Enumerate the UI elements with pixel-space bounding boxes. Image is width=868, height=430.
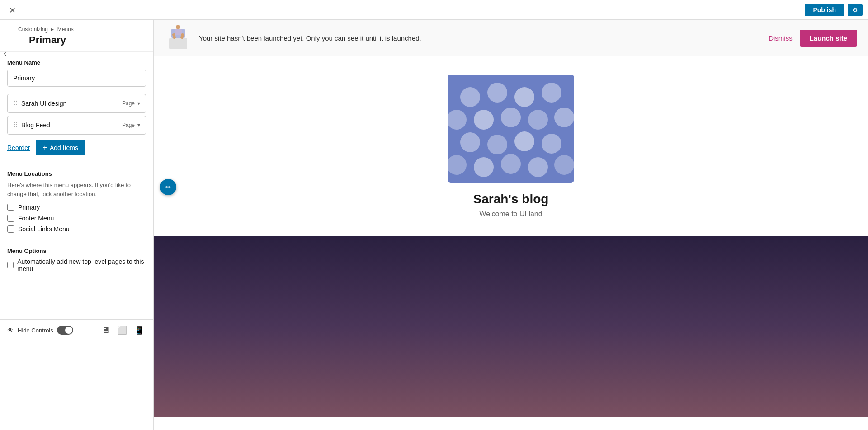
bottom-bar: 👁 Hide Controls 🖥 ⬜ 📱 [0, 319, 153, 341]
sidebar: ‹ Customizing ▸ Menus Primary Menu Name … [0, 20, 154, 430]
edit-pencil-button[interactable]: ✏ [160, 179, 176, 195]
svg-point-11 [448, 110, 467, 130]
auto-add-checkbox[interactable] [7, 262, 14, 269]
social-links-checkbox[interactable] [7, 225, 14, 233]
svg-point-10 [542, 83, 561, 103]
svg-point-15 [554, 108, 574, 127]
publish-button[interactable]: Publish [805, 4, 844, 16]
add-items-button[interactable]: + Add Items [36, 140, 85, 155]
menu-item-right: Page ▾ [122, 122, 140, 128]
blog-title: Sarah's blog [473, 192, 549, 206]
menu-item-left: ⠿ Blog Feed [13, 122, 50, 129]
location-description: Here's where this menu appears. If you'd… [7, 181, 146, 198]
chevron-down-icon: ▾ [137, 100, 140, 107]
menu-name-label: Menu Name [7, 59, 146, 66]
menu-item-name: Sarah UI design [21, 100, 66, 107]
hide-controls: 👁 Hide Controls [7, 326, 73, 335]
menu-item-right: Page ▾ [122, 100, 140, 107]
social-links-label: Social Links Menu [18, 225, 70, 233]
svg-point-24 [554, 155, 574, 175]
close-button[interactable]: ✕ [5, 4, 19, 17]
chevron-down-icon: ▾ [137, 122, 140, 128]
svg-point-8 [487, 83, 507, 103]
footer-menu-checkbox[interactable] [7, 215, 14, 222]
page-title: Primary [18, 34, 146, 46]
svg-point-16 [460, 132, 480, 152]
back-button[interactable]: ‹ [2, 46, 9, 60]
breadcrumb-menus: Menus [57, 26, 74, 33]
blog-preview: Sarah's blog Welcome to UI land [154, 56, 868, 236]
svg-point-22 [501, 154, 521, 174]
svg-point-18 [514, 131, 534, 151]
svg-point-12 [474, 110, 494, 130]
menu-actions: Reorder + Add Items [7, 140, 146, 155]
drag-handle-icon: ⠿ [13, 100, 18, 107]
pencil-icon: ✏ [165, 183, 171, 192]
primary-label: Primary [18, 204, 40, 211]
svg-point-19 [542, 134, 561, 154]
tablet-view-button[interactable]: ⬜ [115, 324, 129, 336]
view-icons: 🖥 ⬜ 📱 [100, 324, 146, 336]
menu-item-type: Page [122, 100, 135, 107]
footer-menu-label: Footer Menu [18, 215, 54, 222]
svg-point-20 [448, 155, 467, 175]
menu-name-input[interactable] [7, 70, 146, 87]
mobile-view-button[interactable]: 📱 [132, 324, 146, 336]
menu-options-label: Menu Options [7, 248, 146, 254]
reorder-button[interactable]: Reorder [7, 144, 30, 151]
launch-site-button[interactable]: Launch site [800, 30, 857, 47]
auto-add-label: Automatically add new top-level pages to… [17, 258, 146, 272]
divider [7, 240, 146, 240]
divider [7, 163, 146, 163]
desktop-icon: 🖥 [102, 326, 110, 335]
location-checkbox-social: Social Links Menu [7, 225, 146, 233]
tablet-icon: ⬜ [117, 326, 127, 335]
svg-point-21 [474, 157, 494, 177]
svg-point-13 [501, 108, 521, 127]
svg-point-17 [487, 135, 507, 154]
location-checkbox-footer: Footer Menu [7, 215, 146, 222]
plus-icon: + [43, 144, 47, 152]
hide-controls-label: Hide Controls [18, 327, 53, 334]
location-checkbox-primary: Primary [7, 204, 146, 211]
back-icon: ‹ [4, 48, 7, 58]
menu-locations-label: Menu Locations [7, 170, 146, 177]
drag-handle-icon: ⠿ [13, 122, 18, 129]
svg-point-7 [460, 87, 480, 107]
banner-character-icon [165, 24, 192, 51]
hide-controls-toggle[interactable] [57, 326, 73, 335]
menu-item-name: Blog Feed [21, 122, 50, 129]
blog-hero-image [448, 75, 574, 183]
settings-icon: ⚙ [852, 6, 858, 14]
svg-point-23 [528, 157, 548, 177]
add-items-label: Add Items [50, 144, 78, 151]
menu-item[interactable]: ⠿ Sarah UI design Page ▾ [7, 94, 146, 113]
banner-left: Your site hasn't been launched yet. Only… [165, 24, 421, 51]
close-icon: ✕ [9, 5, 16, 15]
eye-icon: 👁 [7, 327, 14, 334]
menu-item-type: Page [122, 122, 135, 128]
blog-subtitle: Welcome to UI land [479, 210, 542, 218]
launch-banner: Your site hasn't been launched yet. Only… [154, 20, 868, 56]
mobile-icon: 📱 [134, 326, 144, 335]
dismiss-button[interactable]: Dismiss [769, 34, 793, 42]
svg-point-9 [514, 87, 534, 107]
menu-item[interactable]: ⠿ Blog Feed Page ▾ [7, 116, 146, 135]
svg-point-2 [176, 25, 180, 29]
breadcrumb-separator: ▸ [51, 26, 54, 33]
settings-button[interactable]: ⚙ [848, 4, 863, 16]
desktop-view-button[interactable]: 🖥 [100, 324, 112, 336]
menu-item-left: ⠿ Sarah UI design [13, 100, 66, 107]
banner-right: Dismiss Launch site [769, 30, 857, 47]
svg-rect-3 [175, 29, 182, 35]
auto-add-option: Automatically add new top-level pages to… [7, 258, 146, 272]
dark-section [154, 236, 868, 417]
breadcrumb-customizing: Customizing [18, 26, 48, 33]
svg-rect-0 [169, 38, 187, 49]
svg-point-14 [528, 110, 548, 130]
breadcrumb: Customizing ▸ Menus [18, 26, 146, 33]
preview-area: Your site hasn't been launched yet. Only… [154, 20, 868, 430]
primary-checkbox[interactable] [7, 204, 14, 211]
banner-text: Your site hasn't been launched yet. Only… [199, 34, 421, 42]
